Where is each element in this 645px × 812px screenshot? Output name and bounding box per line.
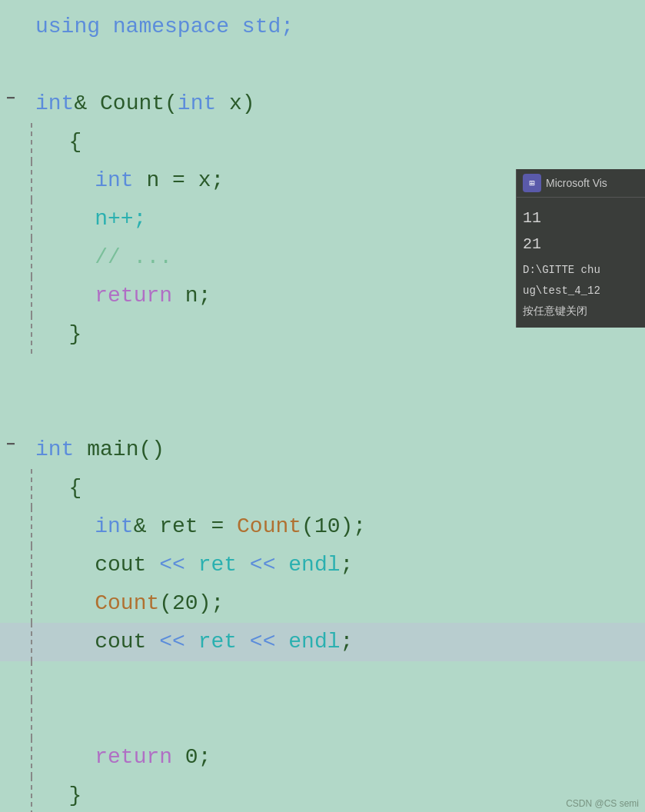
- code-line-int-ret: int& ret = Count(10);: [0, 508, 645, 546]
- code-line-cout2: cout << ret << endl;: [0, 623, 645, 661]
- fold-indicator-9: [0, 354, 22, 357]
- line-bar-8: [31, 315, 37, 354]
- token: ;: [341, 553, 354, 577]
- code-content-2: int& Count(int x): [32, 85, 645, 123]
- code-content-9: [32, 354, 645, 392]
- code-content-13: int& ret = Count(10);: [40, 508, 645, 546]
- token: 0;: [172, 745, 211, 769]
- code-line-using: using namespace std;: [0, 8, 645, 46]
- fold-indicator-7: [0, 277, 22, 280]
- line-bar-12: [31, 469, 37, 508]
- terminal-path-line3: 按任意键关闭: [523, 304, 639, 320]
- terminal-title: Microsoft Vis: [546, 177, 607, 189]
- line-bar-17: [31, 661, 37, 700]
- fold-indicator-17: [0, 661, 22, 664]
- token: int: [35, 438, 74, 461]
- token: [43, 284, 95, 308]
- token: int: [95, 514, 133, 538]
- code-line-close-brace2: }: [0, 777, 645, 812]
- fold-indicator-15: [0, 584, 22, 587]
- code-content-18: [40, 700, 645, 738]
- code-line-open-brace1: {: [0, 123, 645, 161]
- token: x): [216, 92, 254, 115]
- fold-indicator-4: [0, 161, 22, 165]
- token: ret: [185, 630, 250, 654]
- token: <<: [159, 630, 185, 654]
- fold-indicator-1: [0, 46, 22, 49]
- token: main(): [74, 438, 165, 461]
- line-bar-5: [31, 200, 37, 238]
- token: endl: [288, 630, 340, 654]
- line-bar-19: [31, 738, 37, 777]
- terminal-body: 11 21 D:\GITTE chu ug\test_4_12 按任意键关闭: [517, 198, 645, 328]
- terminal-path-line1: D:\GITTE chu: [523, 262, 639, 278]
- fold-indicator-10: [0, 392, 22, 395]
- token: n++;: [43, 207, 146, 231]
- line-bar-20: [31, 777, 37, 812]
- watermark: CSDN @CS semi: [566, 798, 639, 809]
- code-content-20: }: [40, 777, 645, 812]
- code-content-11: int main(): [32, 431, 645, 469]
- token: ;: [341, 630, 354, 654]
- code-content-3: {: [40, 123, 645, 161]
- token: return: [95, 745, 172, 769]
- token: & Count(: [74, 92, 177, 115]
- token: [275, 630, 288, 654]
- code-line-main-sig: −int main(): [0, 431, 645, 469]
- token: ret: [185, 553, 250, 577]
- code-content-10: [32, 392, 645, 431]
- fold-indicator-0: [0, 8, 22, 11]
- fold-indicator-20: [0, 777, 22, 780]
- token: Count: [95, 591, 159, 615]
- code-line-empty1: [0, 46, 645, 85]
- code-line-func-sig: −int& Count(int x): [0, 85, 645, 123]
- token: Count: [237, 514, 301, 538]
- line-bar-16: [31, 623, 37, 661]
- token: int: [35, 92, 74, 115]
- line-bar-3: [31, 123, 37, 161]
- code-line-return0: return 0;: [0, 738, 645, 777]
- token: }: [43, 322, 81, 346]
- terminal-icon: ⊞: [523, 174, 541, 192]
- code-line-empty4: [0, 661, 645, 700]
- token: (10);: [301, 514, 366, 538]
- token: (20);: [159, 591, 224, 615]
- code-line-count20: Count(20);: [0, 584, 645, 623]
- code-content-12: {: [40, 469, 645, 508]
- code-line-empty2: [0, 354, 645, 392]
- terminal-path-line2: ug\test_4_12: [523, 283, 639, 299]
- token: // ...: [43, 245, 172, 269]
- code-line-empty5: [0, 700, 645, 738]
- token: n = x;: [134, 168, 224, 192]
- code-content-19: return 0;: [40, 738, 645, 777]
- line-bar-18: [31, 700, 37, 738]
- token: using namespace std;: [35, 15, 294, 38]
- line-bar-6: [31, 238, 37, 277]
- terminal-titlebar: ⊞ Microsoft Vis: [517, 169, 645, 198]
- token: <<: [159, 553, 185, 577]
- line-bar-7: [31, 277, 37, 315]
- token: [275, 553, 288, 577]
- fold-indicator-11[interactable]: −: [0, 431, 22, 457]
- token: <<: [250, 553, 276, 577]
- token: int: [95, 168, 133, 192]
- code-line-cout1: cout << ret << endl;: [0, 546, 645, 584]
- fold-indicator-13: [0, 508, 22, 511]
- token: int: [178, 92, 216, 115]
- fold-indicator-6: [0, 238, 22, 241]
- fold-indicator-5: [0, 200, 22, 203]
- terminal-panel: ⊞ Microsoft Vis 11 21 D:\GITTE chu ug\te…: [516, 169, 645, 328]
- token: return: [95, 284, 172, 308]
- code-content-17: [40, 661, 645, 700]
- token: [43, 514, 95, 538]
- code-editor: using namespace std; −int& Count(int x) …: [0, 0, 645, 812]
- token: <<: [250, 630, 276, 654]
- fold-indicator-18: [0, 700, 22, 703]
- code-content-0: using namespace std;: [32, 8, 645, 46]
- token: [43, 745, 95, 769]
- token: n;: [172, 284, 211, 308]
- line-bar-13: [31, 508, 37, 546]
- token: cout: [43, 553, 159, 577]
- code-content-1: [32, 46, 645, 85]
- fold-indicator-2[interactable]: −: [0, 85, 22, 111]
